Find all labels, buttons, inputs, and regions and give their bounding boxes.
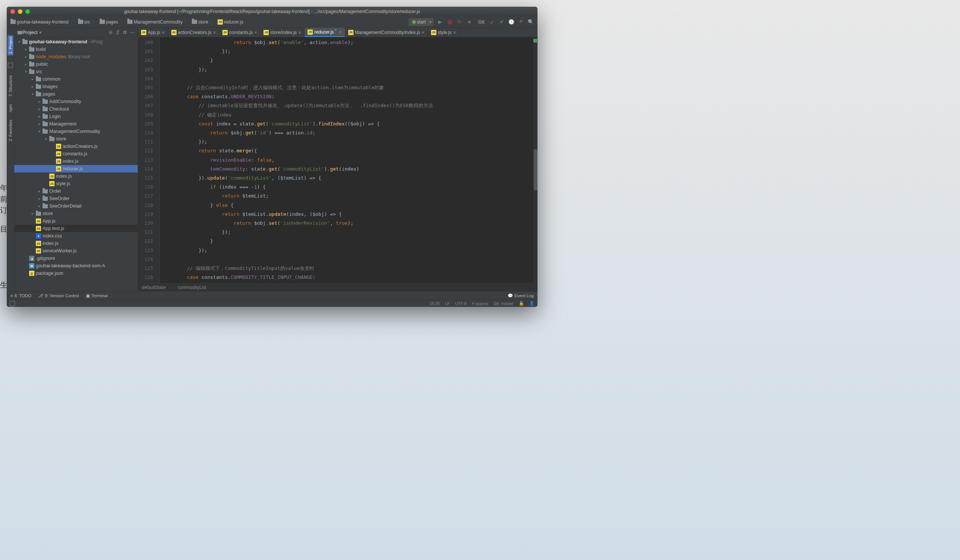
indent-setting[interactable]: 4 spaces bbox=[472, 301, 488, 306]
code-editor[interactable]: return $obj.set('enable', action.enable)… bbox=[160, 37, 533, 283]
close-icon[interactable]: × bbox=[298, 29, 301, 35]
tree-item[interactable]: ▸images bbox=[14, 83, 138, 90]
expand-button[interactable]: ⇵ bbox=[116, 29, 120, 35]
editor-tab[interactable]: JSstore/index.js× bbox=[261, 28, 305, 37]
tool-todo[interactable]: ≡ 6: TODO bbox=[10, 293, 31, 298]
tree-item[interactable]: ▸AddCommodity bbox=[14, 98, 138, 105]
tree-item[interactable]: JSstyle.js bbox=[14, 180, 138, 187]
tree-item[interactable]: ▸build bbox=[14, 46, 138, 53]
scrollbar-thumb[interactable] bbox=[534, 149, 538, 190]
breadcrumb-item[interactable]: pages〉 bbox=[100, 19, 125, 25]
tree-item[interactable]: ▸SeeOrder bbox=[14, 195, 138, 202]
breadcrumb-root[interactable]: gouhai-takeaway-frontend〉 bbox=[10, 19, 76, 25]
tree-item[interactable]: ▾src bbox=[14, 68, 138, 75]
sidebar-title[interactable]: Project bbox=[22, 30, 38, 35]
vcs-revert-button[interactable]: ↶ bbox=[518, 19, 524, 25]
folder-icon bbox=[29, 62, 34, 66]
vcs-commit-button[interactable]: ✔ bbox=[499, 19, 505, 25]
tree-item[interactable]: JSactionCreators.js bbox=[14, 142, 138, 150]
breadcrumb-item[interactable]: store〉 bbox=[192, 19, 215, 25]
tree-item[interactable]: JSindex.js bbox=[14, 158, 138, 165]
stop-button[interactable]: ■ bbox=[466, 19, 472, 25]
editor-tab[interactable]: JSstyle.js× bbox=[428, 28, 459, 37]
maximize-window-button[interactable] bbox=[26, 9, 30, 14]
line-ending[interactable]: LF bbox=[445, 301, 450, 306]
breadcrumb-file[interactable]: JSreducer.js bbox=[218, 19, 243, 25]
search-everywhere-button[interactable]: 🔍 bbox=[528, 19, 534, 25]
tree-item[interactable]: JSApp.js bbox=[14, 217, 138, 225]
tree-item[interactable]: ▸store bbox=[14, 210, 138, 217]
editor-tab[interactable]: JSconstants.js× bbox=[219, 28, 261, 37]
tree-item[interactable]: ▾pages bbox=[14, 90, 138, 98]
tree-item[interactable]: JSindex.js bbox=[14, 240, 138, 247]
breadcrumb-item[interactable]: src〉 bbox=[78, 19, 98, 25]
tree-item[interactable]: JSconstants.js bbox=[14, 150, 138, 158]
tree-item[interactable]: ▸Checkout bbox=[14, 105, 138, 113]
vcs-history-button[interactable]: 🕓 bbox=[508, 19, 514, 25]
run-button[interactable]: ▶ bbox=[437, 19, 443, 25]
tool-favorites-tab[interactable]: 2: Favorites bbox=[8, 120, 13, 141]
tree-item[interactable]: ▸SeeOrderDetail bbox=[14, 202, 138, 210]
tool-vcs[interactable]: ⎇ 9: Version Control bbox=[38, 293, 79, 298]
tree-item[interactable]: JSreducer.js bbox=[14, 165, 138, 173]
locate-button[interactable]: ⊕ bbox=[109, 29, 113, 35]
tree-item[interactable]: ▸Management bbox=[14, 120, 138, 128]
editor-tab[interactable]: JSreducer.js•× bbox=[305, 28, 345, 37]
breadcrumb-scope[interactable]: commodityList bbox=[178, 285, 206, 290]
vcs-update-button[interactable]: ↙ bbox=[489, 19, 495, 25]
close-icon[interactable]: × bbox=[339, 29, 342, 35]
editor-tab[interactable]: JSApp.js× bbox=[138, 28, 168, 37]
tree-item[interactable]: Mgouhai-takeaway-backend-ssm-A bbox=[14, 262, 138, 270]
debug-button[interactable]: 🐞 bbox=[447, 19, 453, 25]
tool-npm-tab[interactable]: npm bbox=[8, 104, 13, 112]
readonly-lock-icon[interactable]: 🔓 bbox=[519, 301, 524, 306]
close-window-button[interactable] bbox=[10, 9, 15, 14]
git-branch[interactable]: Git: master bbox=[493, 301, 514, 306]
close-icon[interactable]: × bbox=[422, 29, 425, 35]
tool-terminal[interactable]: ▣ Terminal bbox=[86, 293, 107, 298]
breadcrumb-scope[interactable]: defaultState bbox=[142, 285, 166, 290]
file-encoding[interactable]: UTF-8 bbox=[455, 301, 467, 306]
close-icon[interactable]: × bbox=[254, 29, 257, 35]
hide-button[interactable]: — bbox=[130, 29, 135, 35]
run-config-selector[interactable]: ⬢ start bbox=[409, 18, 434, 26]
tree-item[interactable]: .g.gitignore bbox=[14, 254, 138, 262]
editor-tab[interactable]: JSManagementCommodity/index.js× bbox=[345, 28, 428, 37]
close-icon[interactable]: × bbox=[453, 29, 456, 35]
editor-tab[interactable]: JSactionCreators.js× bbox=[168, 28, 219, 37]
hector-icon[interactable]: 👤 bbox=[529, 301, 534, 306]
folder-icon bbox=[100, 20, 105, 24]
tree-item[interactable]: ▸Login bbox=[14, 113, 138, 120]
close-icon[interactable]: × bbox=[213, 29, 216, 35]
tree-item[interactable]: #index.css bbox=[14, 232, 138, 240]
project-tree[interactable]: ▾gouhai-takeaway-frontend ~/Prog▸build▸n… bbox=[14, 37, 138, 291]
toolwindow-toggle-icon[interactable] bbox=[10, 301, 15, 306]
tree-item[interactable]: {}package.json bbox=[14, 270, 138, 277]
project-sidebar: Project ▾ ⊕ ⇵ ✿ — ▾gouhai-takeaway-front… bbox=[14, 28, 138, 291]
css-file-icon: # bbox=[36, 233, 41, 238]
tool-eventlog[interactable]: 💬 Event Log bbox=[508, 293, 534, 298]
status-bar: 15:20 LF UTF-8 4 spaces Git: master 🔓 👤 bbox=[7, 299, 538, 307]
tree-item[interactable]: ▸Order bbox=[14, 187, 138, 195]
fold-gutter[interactable] bbox=[155, 37, 160, 283]
tool-project-tab[interactable]: 1: Project bbox=[8, 35, 13, 55]
tree-item[interactable]: ▸node_modules library root bbox=[14, 53, 138, 61]
tool-structure-tab[interactable]: 7: Structure bbox=[8, 75, 13, 97]
tree-item[interactable]: JSserviceWorker.js bbox=[14, 247, 138, 254]
minimize-window-button[interactable] bbox=[18, 9, 22, 14]
run-coverage-button[interactable]: ↻ bbox=[456, 19, 462, 25]
close-icon[interactable]: × bbox=[162, 29, 165, 35]
tree-item[interactable]: JSindex.js bbox=[14, 173, 138, 180]
tree-item[interactable]: ▸public bbox=[14, 61, 138, 68]
caret-position[interactable]: 15:20 bbox=[430, 301, 440, 306]
tree-root[interactable]: ▾gouhai-takeaway-frontend ~/Prog bbox=[14, 38, 138, 46]
breadcrumb-item[interactable]: ManagementCommodity〉 bbox=[127, 19, 190, 25]
tree-item[interactable]: JSApp.test.js bbox=[14, 225, 138, 232]
window-titlebar: gouhai-takeaway-frontend [~/Programming/… bbox=[7, 7, 538, 16]
tree-item[interactable]: ▾store bbox=[14, 135, 138, 142]
collapse-icon[interactable] bbox=[8, 63, 13, 68]
tree-item[interactable]: ▾ManagementCommodity bbox=[14, 128, 138, 135]
error-stripe[interactable] bbox=[533, 37, 538, 283]
settings-icon[interactable]: ✿ bbox=[123, 29, 127, 35]
tree-item[interactable]: ▸common bbox=[14, 75, 138, 83]
